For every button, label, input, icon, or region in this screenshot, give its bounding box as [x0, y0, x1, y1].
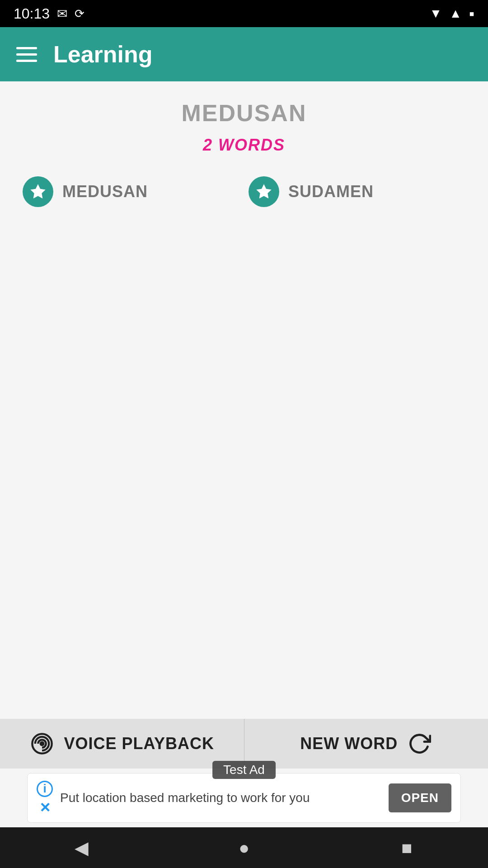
ad-label: Test Ad: [212, 761, 276, 779]
ad-banner: Test Ad i ✕ Put location based marketing…: [0, 769, 488, 827]
refresh-icon: [407, 731, 432, 756]
words-grid: MEDUSAN SUDAMEN: [18, 176, 470, 207]
gmail-icon: ✉: [57, 6, 67, 21]
ad-info-icon: i: [37, 781, 53, 797]
category-title: MEDUSAN: [18, 99, 470, 127]
svg-point-1: [41, 742, 44, 745]
ad-info-section: i ✕: [37, 781, 53, 816]
ad-text: Put location based marketing to work for…: [60, 790, 381, 806]
word-text: SUDAMEN: [288, 182, 374, 201]
nav-bar: ◀ ● ■: [0, 827, 488, 868]
word-count: 2 WORDS: [18, 136, 470, 155]
signal-icon: ▲: [449, 6, 462, 21]
ad-card: Test Ad i ✕ Put location based marketing…: [27, 773, 461, 823]
new-word-label: NEW WORD: [300, 734, 398, 753]
status-right: ▼ ▲ ▪: [430, 5, 475, 23]
status-left: 10:13 ✉ ⟳: [14, 5, 84, 22]
status-time: 10:13: [14, 5, 50, 22]
hamburger-menu-button[interactable]: [16, 47, 37, 62]
star-icon: [249, 176, 279, 207]
status-bar: 10:13 ✉ ⟳ ▼ ▲ ▪: [0, 0, 488, 27]
sync-icon: ⟳: [75, 7, 84, 21]
word-text: MEDUSAN: [62, 182, 148, 201]
voice-playback-button[interactable]: VOICE PLAYBACK: [0, 719, 244, 769]
page-title: Learning: [53, 41, 153, 68]
main-content: MEDUSAN 2 WORDS MEDUSAN SUDAMEN: [0, 81, 488, 719]
new-word-button[interactable]: NEW WORD: [244, 719, 488, 769]
voice-playback-icon: [29, 731, 55, 756]
nav-recent-button[interactable]: ■: [389, 830, 425, 866]
voice-playback-label: VOICE PLAYBACK: [64, 734, 214, 753]
list-item[interactable]: MEDUSAN: [23, 176, 239, 207]
ad-close-icon[interactable]: ✕: [39, 800, 51, 816]
nav-home-button[interactable]: ●: [226, 830, 262, 866]
star-icon: [23, 176, 53, 207]
ad-open-button[interactable]: OPEN: [389, 783, 451, 812]
battery-icon: ▪: [469, 5, 474, 23]
wifi-icon: ▼: [430, 6, 442, 21]
list-item[interactable]: SUDAMEN: [249, 176, 465, 207]
toolbar: Learning: [0, 27, 488, 81]
nav-back-button[interactable]: ◀: [63, 830, 99, 866]
